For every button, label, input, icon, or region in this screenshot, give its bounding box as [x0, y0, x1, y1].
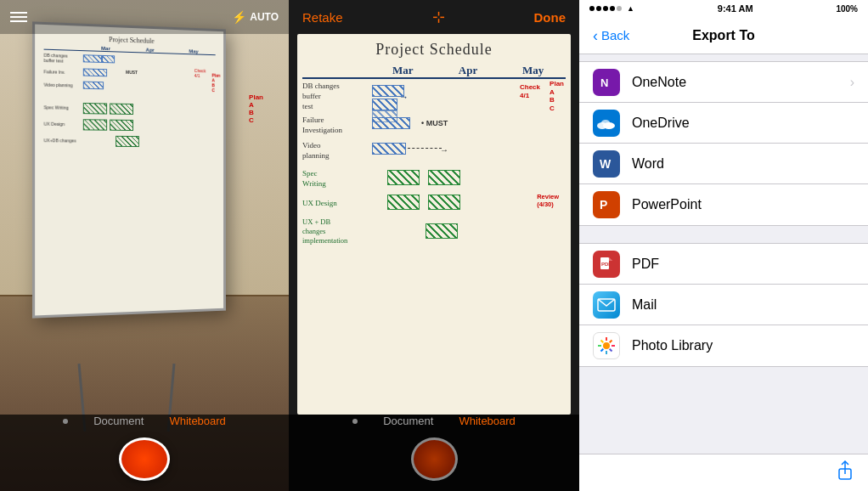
row-db-changes: DB changesbuffertest → Check4/1 PlanABC — [302, 82, 566, 112]
word-label: Word — [632, 156, 854, 172]
processed-capture-button[interactable] — [411, 437, 458, 481]
mail-item[interactable]: Mail — [579, 285, 868, 325]
svg-line-18 — [610, 341, 612, 343]
row-video: Videoplanning → — [302, 139, 566, 163]
nav-bar: ‹ Back Export To — [579, 17, 868, 54]
camera-bottom-bar: Document Whiteboard — [0, 415, 289, 491]
crop-icon[interactable]: ⊹ — [432, 8, 445, 26]
month-mar: Mar — [370, 64, 436, 77]
month-apr: Apr — [436, 64, 501, 77]
pdf-item[interactable]: PDF PDF — [579, 244, 868, 285]
onenote-item[interactable]: N OneNote › — [579, 62, 868, 103]
processed-mode-tabs: Document Whiteboard — [352, 415, 516, 427]
row-spec: SpecWriting — [302, 168, 566, 190]
camera-panel: Project Schedule MarAprMay DB changesbuf… — [0, 0, 289, 491]
back-button[interactable]: ‹ Back — [593, 28, 629, 43]
wifi-icon: ▲ — [627, 4, 634, 13]
svg-line-16 — [601, 341, 604, 343]
signal-dot-4 — [610, 6, 615, 11]
retake-button[interactable]: Retake — [302, 10, 343, 25]
powerpoint-item[interactable]: P PowerPoint — [579, 184, 868, 225]
month-may: May — [500, 64, 566, 77]
powerpoint-label: PowerPoint — [632, 197, 854, 212]
menu-icon[interactable] — [10, 12, 27, 22]
signal-dot-3 — [603, 6, 608, 11]
processed-mode-indicator — [352, 419, 358, 424]
onedrive-icon — [593, 110, 620, 137]
schedule-content: Project Schedule Mar Apr May DB changesb… — [297, 34, 571, 415]
share-icon[interactable] — [836, 460, 854, 485]
processed-bottom-bar: Document Whiteboard — [289, 415, 579, 491]
status-time: 9:41 AM — [718, 3, 753, 14]
onenote-chevron-icon: › — [850, 75, 854, 90]
svg-point-3 — [601, 120, 610, 125]
auto-badge: ⚡ AUTO — [232, 10, 279, 24]
back-label: Back — [601, 28, 629, 42]
svg-line-17 — [610, 349, 612, 352]
status-battery: 100% — [836, 4, 858, 14]
word-item[interactable]: W Word — [579, 144, 868, 184]
photos-icon — [593, 332, 620, 359]
export-list: N OneNote › OneDrive — [579, 54, 868, 454]
export-group-1: N OneNote › OneDrive — [579, 61, 868, 226]
export-panel: ▲ 9:41 AM 100% ‹ Back Export To N OneNot… — [579, 0, 868, 491]
mode-indicator — [63, 419, 68, 424]
signal-dot-2 — [596, 6, 601, 11]
row-ux-design: UX Design Review(4/30) — [302, 193, 566, 215]
mail-icon — [593, 291, 620, 319]
auto-label: AUTO — [250, 11, 279, 23]
onenote-icon: N — [593, 69, 620, 96]
processed-panel: Retake ⊹ Done Project Schedule Mar Apr M… — [289, 0, 579, 491]
done-button[interactable]: Done — [534, 10, 566, 25]
svg-text:W: W — [600, 157, 612, 171]
wb-title: Project Schedule — [302, 41, 566, 59]
mail-label: Mail — [632, 297, 854, 313]
nav-title: Export To — [692, 28, 754, 43]
signal-dot-5 — [617, 6, 622, 11]
document-mode-tab[interactable]: Document — [93, 415, 144, 427]
powerpoint-icon: P — [593, 191, 620, 218]
photos-item[interactable]: Photo Library — [579, 325, 868, 366]
photos-label: Photo Library — [632, 338, 854, 353]
word-icon: W — [593, 150, 620, 178]
capture-button[interactable] — [119, 437, 170, 481]
onedrive-label: OneDrive — [632, 116, 854, 131]
lightning-icon: ⚡ — [232, 10, 246, 24]
row-ux-db: UX + DBchangesimplementation — [302, 217, 566, 246]
signal-indicators: ▲ — [589, 4, 634, 13]
export-group-2: PDF PDF Mail — [579, 243, 868, 367]
processed-whiteboard-tab[interactable]: Whiteboard — [459, 415, 515, 427]
processed-document-tab[interactable]: Document — [383, 415, 433, 427]
signal-dot-1 — [589, 6, 595, 11]
svg-text:P: P — [600, 198, 607, 212]
pdf-icon: PDF — [593, 251, 620, 278]
svg-text:N: N — [600, 76, 608, 89]
svg-marker-9 — [609, 257, 612, 261]
processed-top-bar: Retake ⊹ Done — [289, 0, 579, 34]
svg-line-19 — [601, 349, 604, 352]
camera-top-bar: ⚡ AUTO — [0, 0, 289, 34]
mode-tabs: Document Whiteboard — [63, 415, 226, 427]
svg-point-11 — [603, 342, 610, 349]
onedrive-item[interactable]: OneDrive — [579, 103, 868, 144]
whiteboard-mode-tab[interactable]: Whiteboard — [169, 415, 225, 427]
onenote-label: OneNote — [632, 75, 850, 90]
ios-bottom-bar — [579, 454, 868, 491]
pdf-label: PDF — [632, 257, 854, 272]
whiteboard-scene: Project Schedule MarAprMay DB changesbuf… — [32, 21, 226, 318]
svg-text:PDF: PDF — [601, 262, 612, 267]
back-chevron-icon: ‹ — [593, 28, 598, 43]
whiteboard-image: Project Schedule Mar Apr May DB changesb… — [297, 34, 571, 415]
status-bar: ▲ 9:41 AM 100% — [579, 0, 868, 17]
row-failure: FailureInvestigation • MUST — [302, 114, 566, 138]
